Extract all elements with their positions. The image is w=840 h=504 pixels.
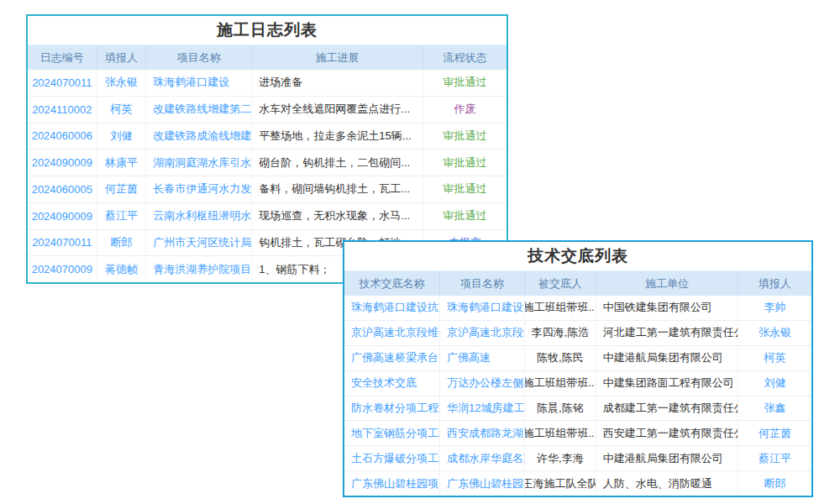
- cell-recipient: 许华,李海: [525, 446, 596, 470]
- cell-log-id[interactable]: 2024090009: [28, 150, 97, 176]
- table-row: 珠海鹤港口建设抗浮...珠海鹤港口建设施工班组带班...中国铁建集团有限公司李帅: [344, 296, 811, 321]
- cell-disclosure-name[interactable]: 安全技术交底: [344, 371, 440, 396]
- column-header: 填报人: [97, 45, 147, 70]
- construction-log-header-row: 日志编号填报人项目名称施工进展流程状态: [28, 45, 507, 70]
- cell-disclosure-name[interactable]: 广东佛山碧桂园项目...: [344, 471, 440, 496]
- cell-disclosure-name[interactable]: 防水卷材分项工程施...: [344, 396, 440, 421]
- cell-unit: 成都建工第一建筑有限责任公司: [596, 396, 739, 421]
- table-row: 安全技术交底万达办公楼左侧A...施工班组带班...中建集团路面工程有限公司刘健: [344, 371, 811, 396]
- cell-disclosure-name[interactable]: 珠海鹤港口建设抗浮...: [344, 296, 440, 320]
- tech-disclosure-title: 技术交底列表: [344, 242, 811, 270]
- cell-project[interactable]: 华润12城房建工...: [440, 396, 525, 421]
- column-header: 施工单位: [596, 271, 739, 296]
- table-row: 京沪高速北京段维修...京沪高速北京段维修李四海,陈浩河北建工第一建筑有限责任公…: [344, 321, 811, 346]
- cell-project[interactable]: 万达办公楼左侧A...: [440, 371, 525, 396]
- cell-project[interactable]: 广佛高速: [440, 346, 525, 370]
- cell-reporter[interactable]: 李帅: [738, 296, 811, 320]
- cell-reporter[interactable]: 柯英: [97, 97, 147, 123]
- cell-progress: 砌台阶，钩机排土，二包砌间...: [252, 150, 423, 176]
- cell-disclosure-name[interactable]: 京沪高速北京段维修...: [344, 321, 440, 345]
- cell-unit: 河北建工第一建筑有限责任公司: [596, 321, 739, 345]
- cell-log-id[interactable]: 2024110002: [28, 97, 97, 123]
- cell-status: 审批通过: [423, 70, 507, 96]
- cell-reporter[interactable]: 刘健: [738, 371, 811, 396]
- cell-reporter[interactable]: 林康平: [97, 150, 147, 176]
- cell-project[interactable]: 京沪高速北京段维修: [440, 321, 525, 345]
- tech-disclosure-body: 珠海鹤港口建设抗浮...珠海鹤港口建设施工班组带班...中国铁建集团有限公司李帅…: [344, 296, 811, 496]
- cell-reporter[interactable]: 张鑫: [738, 396, 811, 421]
- column-header: 日志编号: [28, 45, 97, 70]
- cell-reporter[interactable]: 断郎: [97, 230, 147, 256]
- cell-status: 审批通过: [423, 123, 507, 150]
- cell-progress: 现场巡查，无积水现象，水马...: [252, 203, 423, 229]
- table-row: 2024070011张永银珠海鹤港口建设进场准备审批通过: [28, 70, 507, 97]
- cell-project[interactable]: 长春市伊通河水力发电厂...: [146, 176, 252, 202]
- cell-disclosure-name[interactable]: 土石方爆破分项工程...: [344, 446, 440, 470]
- cell-reporter[interactable]: 何芷茵: [738, 421, 811, 445]
- cell-project[interactable]: 广州市天河区统计局机房...: [146, 230, 252, 256]
- cell-progress: 平整场地，拉走多余泥土15辆...: [252, 123, 423, 150]
- table-row: 地下室钢筋分项工程...西安成都路龙湖上...施工班组带班...西安建工第一建筑…: [344, 421, 811, 446]
- cell-status: 作废: [423, 97, 507, 123]
- column-header: 施工进展: [252, 45, 423, 70]
- cell-log-id[interactable]: 2024090009: [28, 203, 97, 229]
- cell-progress: 水车对全线遮阳网覆盖点进行...: [252, 97, 423, 123]
- cell-project[interactable]: 珠海鹤港口建设: [146, 70, 252, 96]
- cell-unit: 中建集团路面工程有限公司: [596, 371, 739, 396]
- column-header: 技术交底名称: [344, 271, 440, 296]
- construction-log-title: 施工日志列表: [28, 16, 507, 45]
- cell-project[interactable]: 珠海鹤港口建设: [440, 296, 525, 320]
- cell-reporter[interactable]: 断郎: [738, 471, 811, 496]
- cell-log-id[interactable]: 2024070011: [28, 70, 97, 96]
- cell-unit: 中建港航局集团有限公司: [596, 346, 739, 370]
- cell-disclosure-name[interactable]: 广佛高速桥梁承台施...: [344, 346, 440, 370]
- table-row: 2024060006刘健改建铁路成渝线增建第二...平整场地，拉走多余泥土15辆…: [28, 123, 507, 150]
- cell-progress: 备料，砌间墙钩机排土，瓦工...: [252, 176, 423, 202]
- cell-recipient: 施工班组带班...: [525, 421, 596, 445]
- cell-unit: 人防、水电、消防暖通: [596, 471, 739, 496]
- cell-log-id[interactable]: 2024060006: [28, 123, 97, 150]
- cell-recipient: 陈晨,陈铭: [525, 396, 596, 421]
- cell-reporter[interactable]: 蒋德帧: [97, 256, 147, 282]
- cell-progress: 进场准备: [252, 70, 423, 96]
- column-header: 填报人: [738, 271, 811, 296]
- cell-status: 审批通过: [423, 203, 507, 229]
- table-row: 广东佛山碧桂园项目...广东佛山碧桂园项目王海施工队全队人防、水电、消防暖通断郎: [344, 471, 811, 496]
- table-row: 广佛高速桥梁承台施...广佛高速陈牧,陈民中建港航局集团有限公司柯英: [344, 346, 811, 371]
- cell-unit: 西安建工第一建筑有限责任公司: [596, 421, 739, 445]
- cell-reporter[interactable]: 刘健: [97, 123, 147, 150]
- cell-log-id[interactable]: 2024070009: [28, 256, 97, 282]
- cell-recipient: 施工班组带班...: [525, 296, 596, 320]
- table-row: 2024060005何芷茵长春市伊通河水力发电厂...备料，砌间墙钩机排土，瓦工…: [28, 176, 507, 203]
- cell-unit: 中国铁建集团有限公司: [596, 296, 739, 320]
- cell-project[interactable]: 青海洪湖养护院项目: [146, 256, 252, 282]
- column-header: 流程状态: [423, 45, 507, 70]
- cell-reporter[interactable]: 柯英: [738, 346, 811, 370]
- cell-project[interactable]: 成都水岸华庭名苑...: [440, 446, 525, 470]
- cell-reporter[interactable]: 张永银: [97, 70, 147, 96]
- cell-project[interactable]: 广东佛山碧桂园项目: [440, 471, 525, 496]
- table-row: 防水卷材分项工程施...华润12城房建工...陈晨,陈铭成都建工第一建筑有限责任…: [344, 396, 811, 422]
- cell-reporter[interactable]: 何芷茵: [97, 176, 147, 202]
- cell-project[interactable]: 湖南洞庭湖水库引水工程...: [146, 150, 252, 176]
- cell-log-id[interactable]: 2024070011: [28, 230, 97, 256]
- table-row: 土石方爆破分项工程...成都水岸华庭名苑...许华,李海中建港航局集团有限公司蔡…: [344, 446, 811, 471]
- table-row: 2024090009林康平湖南洞庭湖水库引水工程...砌台阶，钩机排土，二包砌间…: [28, 150, 507, 176]
- cell-recipient: 陈牧,陈民: [525, 346, 596, 370]
- cell-project[interactable]: 改建铁路线增建第二线直...: [146, 97, 252, 123]
- cell-unit: 中建港航局集团有限公司: [596, 446, 739, 470]
- cell-status: 审批通过: [423, 150, 507, 176]
- cell-reporter[interactable]: 蔡江平: [97, 203, 147, 229]
- column-header: 项目名称: [146, 45, 252, 70]
- cell-recipient: 施工班组带班...: [525, 371, 596, 396]
- table-row: 2024090009蔡江平云南水利枢纽潜明水库一...现场巡查，无积水现象，水马…: [28, 203, 507, 230]
- cell-reporter[interactable]: 蔡江平: [738, 446, 811, 470]
- cell-project[interactable]: 云南水利枢纽潜明水库一...: [146, 203, 252, 229]
- cell-log-id[interactable]: 2024060005: [28, 176, 97, 202]
- cell-project[interactable]: 改建铁路成渝线增建第二...: [146, 123, 252, 150]
- cell-disclosure-name[interactable]: 地下室钢筋分项工程...: [344, 421, 440, 445]
- cell-project[interactable]: 西安成都路龙湖上...: [440, 421, 525, 445]
- column-header: 项目名称: [440, 271, 525, 296]
- column-header: 被交底人: [525, 271, 596, 296]
- cell-reporter[interactable]: 张永银: [738, 321, 811, 345]
